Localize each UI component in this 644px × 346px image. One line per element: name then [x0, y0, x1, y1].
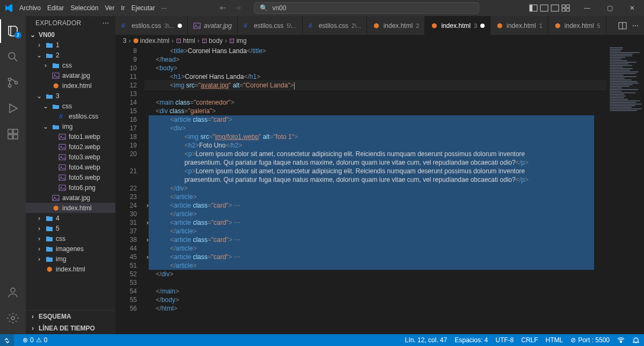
tab-estilos.css-2\...[interactable]: #estilos.css 2\... [303, 16, 368, 35]
svg-rect-1 [530, 5, 532, 11]
svg-point-12 [9, 85, 11, 87]
svg-text:#: # [244, 22, 247, 30]
status-encoding[interactable]: UTF-8 [495, 336, 514, 344]
window-close[interactable]: ✕ [623, 1, 642, 16]
explorer-panel: EXPLORADOR ⋯ ⌄VN00 ›1⌄2›cssavatar.jpg⬢in… [26, 16, 115, 334]
editor-group: #estilos.css 3\... avatar.jpg#estilos.cs… [115, 16, 644, 334]
nav-forward-icon[interactable]: 🡢 [235, 4, 241, 12]
window-maximize[interactable]: ▢ [600, 1, 619, 16]
activity-bar: 2 [0, 16, 26, 334]
folder-imagenes[interactable]: ›imagenes [26, 244, 115, 254]
tab-index.html-5[interactable]: ⬢index.html 5 [548, 16, 606, 35]
remote-indicator[interactable] [0, 334, 14, 346]
tab-estilos.css-5\...[interactable]: #estilos.css 5\... [238, 16, 303, 35]
search-text: vn00 [272, 4, 286, 12]
file-index.html[interactable]: ⬢index.html [26, 203, 115, 213]
status-spaces[interactable]: Espacios: 4 [455, 336, 488, 344]
layout-bottom-icon[interactable] [540, 4, 548, 12]
svg-rect-37 [53, 195, 59, 201]
file-foto3.webp[interactable]: foto3.webp [26, 152, 115, 162]
menu-selección[interactable]: Selección [67, 2, 101, 14]
svg-text:⬢: ⬢ [431, 22, 437, 30]
activity-account[interactable] [0, 281, 26, 304]
outline-section[interactable]: ›ESQUEMA [26, 311, 115, 322]
file-foto4.webp[interactable]: foto4.webp [26, 162, 115, 172]
menu-archivo[interactable]: Archivo [16, 2, 44, 14]
folder-2[interactable]: ⌄2 [26, 50, 115, 60]
svg-rect-15 [8, 135, 12, 139]
file-index.html[interactable]: ⬢index.html [26, 264, 115, 274]
svg-text:#: # [121, 22, 125, 30]
activity-debug[interactable] [0, 97, 26, 120]
window-minimize[interactable]: ― [577, 1, 597, 16]
tab-index.html-1[interactable]: ⬢index.html 1 [491, 16, 548, 35]
tab-index.html-3[interactable]: ⬢index.html 3 [425, 16, 491, 35]
folder-img[interactable]: ›img [26, 254, 115, 264]
crumb-img[interactable]: ⊡ img [229, 37, 247, 45]
activity-search[interactable] [0, 45, 26, 69]
folder-1[interactable]: ›1 [26, 40, 115, 50]
file-avatar.jpg[interactable]: avatar.jpg [26, 193, 115, 203]
folder-css[interactable]: ›css [26, 60, 115, 70]
folder-4[interactable]: ›4 [26, 213, 115, 223]
tab-estilos.css-3\...[interactable]: #estilos.css 3\... [115, 16, 188, 35]
folder-3[interactable]: ⌄3 [26, 91, 115, 101]
file-foto1.webp[interactable]: foto1.webp [26, 131, 115, 142]
status-liveserver[interactable]: ⊘ Port : 5500 [570, 336, 610, 344]
breadcrumb[interactable]: 3›⬢ index.html›⊡ html›⊡ body›⊡ img [115, 35, 644, 47]
explorer-badge: 2 [14, 32, 21, 39]
tab-index.html-2[interactable]: ⬢index.html 2 [367, 16, 425, 35]
activity-settings[interactable] [0, 306, 26, 330]
file-foto2.webp[interactable]: foto2.webp [26, 142, 115, 152]
svg-rect-9 [566, 9, 569, 11]
status-ln-col[interactable]: Lín. 12, col. 47 [405, 336, 447, 344]
crumb-body[interactable]: ⊡ body [202, 37, 223, 45]
crumb-html[interactable]: ⊡ html [176, 37, 195, 45]
menu-ejecutar[interactable]: Ejecutar [128, 2, 158, 14]
crumb-3[interactable]: 3 [123, 37, 127, 45]
menu-ver[interactable]: Ver [101, 2, 118, 14]
tab-more-icon[interactable]: ⋯ [632, 22, 639, 30]
svg-rect-5 [556, 5, 559, 11]
status-problems[interactable]: ⊗0 ⚠0 [23, 336, 47, 344]
svg-text:⬢: ⬢ [53, 204, 58, 212]
explorer-more-icon[interactable]: ⋯ [103, 19, 109, 27]
file-foto5.webp[interactable]: foto5.webp [26, 172, 115, 182]
svg-point-10 [9, 53, 15, 59]
folder-css[interactable]: ⌄css [26, 101, 115, 111]
status-eol[interactable]: CRLF [521, 336, 538, 344]
file-estilos.css[interactable]: #estilos.css [26, 111, 115, 121]
nav-back-icon[interactable]: 🡠 [219, 4, 226, 12]
svg-rect-29 [59, 154, 65, 160]
layout-right-icon[interactable] [551, 4, 559, 12]
activity-scm[interactable] [0, 71, 26, 94]
code-editor[interactable]: 89101112131415161718192021222324›3031›37… [115, 47, 644, 334]
minimap[interactable] [606, 47, 644, 334]
folder-css[interactable]: ›css [26, 233, 115, 244]
layout-left-icon[interactable] [529, 4, 538, 12]
tab-avatar.jpg[interactable]: avatar.jpg [188, 16, 238, 35]
split-editor-icon[interactable] [618, 21, 627, 30]
file-avatar.jpg[interactable]: avatar.jpg [26, 70, 115, 80]
menu-···[interactable]: ··· [158, 2, 170, 14]
status-bell-icon[interactable] [632, 336, 640, 344]
folder-img[interactable]: ⌄img [26, 121, 115, 131]
layout-customize-icon[interactable] [561, 4, 570, 12]
svg-rect-44 [194, 23, 200, 28]
file-foto6.png[interactable]: foto6.png [26, 182, 115, 193]
menu-ir[interactable]: Ir [118, 2, 128, 14]
status-broadcast-icon[interactable] [617, 336, 625, 344]
svg-rect-8 [562, 9, 565, 11]
activity-extensions[interactable] [0, 122, 26, 146]
status-language[interactable]: HTML [546, 336, 564, 344]
menu-editar[interactable]: Editar [44, 2, 67, 14]
folder-5[interactable]: ›5 [26, 223, 115, 233]
tree-root[interactable]: ⌄VN00 [26, 30, 115, 40]
command-center[interactable]: 🔍 vn00 [254, 2, 479, 14]
timeline-section[interactable]: ›LÍNEA DE TIEMPO [26, 322, 115, 334]
crumb-index.html[interactable]: ⬢ index.html [133, 37, 170, 45]
svg-text:#: # [59, 113, 63, 120]
activity-explorer[interactable]: 2 [0, 19, 26, 43]
svg-rect-25 [59, 134, 65, 139]
file-index.html[interactable]: ⬢index.html [26, 80, 115, 91]
